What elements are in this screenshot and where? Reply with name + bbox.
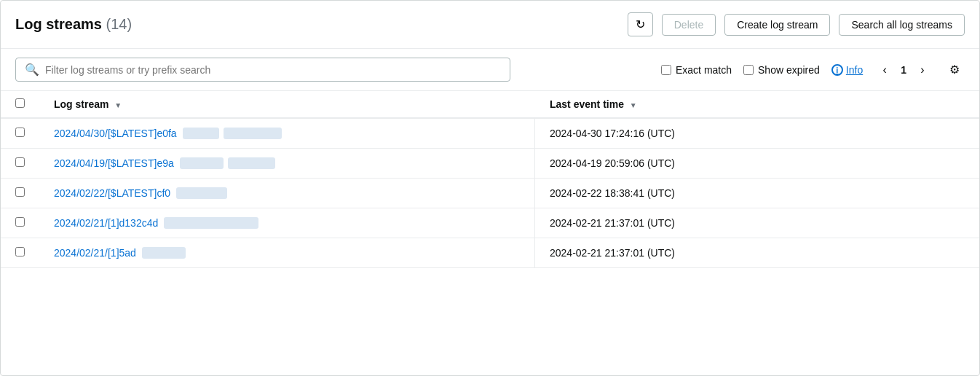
stream-sort-icon: ▼: [114, 101, 122, 109]
stream-pill: [228, 157, 275, 169]
last-event-column-header[interactable]: Last event time ▼: [535, 91, 979, 118]
search-all-log-streams-button[interactable]: Search all log streams: [839, 14, 965, 36]
create-label: Create log stream: [737, 19, 818, 31]
last-event-time: 2024-02-22 18:38:41 (UTC): [535, 179, 979, 208]
stream-link[interactable]: 2024/02/22/[$LATEST]cf0: [54, 187, 520, 199]
table-row: 2024/02/22/[$LATEST]cf02024-02-22 18:38:…: [1, 179, 979, 208]
show-expired-group: Show expired: [743, 64, 820, 76]
row-checkbox[interactable]: [15, 247, 25, 256]
stream-name: 2024/04/19/[$LATEST]e9a: [54, 157, 174, 169]
pagination: ‹ 1 ›: [874, 60, 933, 80]
last-event-time: 2024-02-21 21:37:01 (UTC): [535, 238, 979, 268]
stream-name: 2024/02/21/[1]d132c4d: [54, 217, 158, 229]
stream-pills: [142, 247, 186, 259]
settings-button[interactable]: ⚙: [944, 60, 965, 80]
exact-match-label: Exact match: [676, 64, 732, 76]
page-number: 1: [898, 64, 909, 76]
last-event-time: 2024-04-19 20:59:06 (UTC): [535, 149, 979, 179]
stream-pills: [176, 187, 227, 199]
stream-name: 2024/02/21/[1]5ad: [54, 247, 136, 259]
row-checkbox[interactable]: [15, 187, 25, 197]
stream-pill: [180, 157, 224, 169]
row-checkbox[interactable]: [15, 217, 25, 227]
prev-page-button[interactable]: ‹: [874, 60, 895, 80]
search-all-label: Search all log streams: [851, 19, 952, 31]
log-streams-table: Log stream ▼ Last event time ▼ 2024/04/3…: [1, 91, 979, 268]
exact-match-group: Exact match: [661, 64, 732, 76]
row-checkbox[interactable]: [15, 157, 25, 167]
stream-pill: [224, 128, 282, 139]
last-event-time: 2024-02-21 21:37:01 (UTC): [535, 208, 979, 238]
stream-pill: [176, 187, 227, 199]
stream-pills: [180, 157, 275, 169]
prev-icon: ‹: [883, 63, 887, 77]
stream-name: 2024/04/30/[$LATEST]e0fa: [54, 128, 177, 139]
select-all-checkbox[interactable]: [15, 98, 25, 108]
search-input[interactable]: [45, 64, 501, 76]
table-row: 2024/02/21/[1]5ad2024-02-21 21:37:01 (UT…: [1, 238, 979, 268]
stream-link[interactable]: 2024/04/30/[$LATEST]e0fa: [54, 128, 520, 139]
select-all-header: [1, 91, 39, 118]
info-label: Info: [846, 64, 863, 76]
stream-pills: [164, 217, 258, 229]
stream-pills: [183, 128, 282, 139]
stream-link[interactable]: 2024/02/21/[1]d132c4d: [54, 217, 520, 229]
show-expired-label: Show expired: [758, 64, 820, 76]
stream-link[interactable]: 2024/04/19/[$LATEST]e9a: [54, 157, 520, 169]
table-row: 2024/02/21/[1]d132c4d2024-02-21 21:37:01…: [1, 208, 979, 238]
event-sort-icon: ▼: [630, 101, 637, 109]
stream-pill: [183, 128, 219, 139]
stream-name: 2024/02/22/[$LATEST]cf0: [54, 187, 170, 199]
last-event-time: 2024-04-30 17:24:16 (UTC): [535, 118, 979, 149]
settings-icon: ⚙: [949, 63, 960, 77]
search-box: 🔍: [15, 58, 510, 82]
stream-pill: [142, 247, 186, 259]
table-row: 2024/04/19/[$LATEST]e9a2024-04-19 20:59:…: [1, 149, 979, 179]
stream-pill: [164, 217, 258, 229]
delete-label: Delete: [674, 19, 703, 31]
next-page-button[interactable]: ›: [912, 60, 933, 80]
refresh-button[interactable]: ↻: [628, 12, 653, 36]
refresh-icon: ↻: [636, 17, 645, 31]
row-checkbox[interactable]: [15, 128, 25, 137]
stream-link[interactable]: 2024/02/21/[1]5ad: [54, 247, 520, 259]
search-icon: 🔍: [25, 63, 39, 77]
table-row: 2024/04/30/[$LATEST]e0fa2024-04-30 17:24…: [1, 118, 979, 149]
delete-button[interactable]: Delete: [662, 14, 716, 36]
info-link[interactable]: i Info: [831, 64, 863, 76]
info-icon: i: [831, 64, 843, 76]
show-expired-checkbox[interactable]: [743, 65, 754, 75]
exact-match-checkbox[interactable]: [661, 65, 671, 75]
page-title: Log streams (14): [15, 16, 132, 33]
create-log-stream-button[interactable]: Create log stream: [724, 14, 830, 36]
next-icon: ›: [920, 63, 924, 77]
log-stream-column-header[interactable]: Log stream ▼: [39, 91, 534, 118]
